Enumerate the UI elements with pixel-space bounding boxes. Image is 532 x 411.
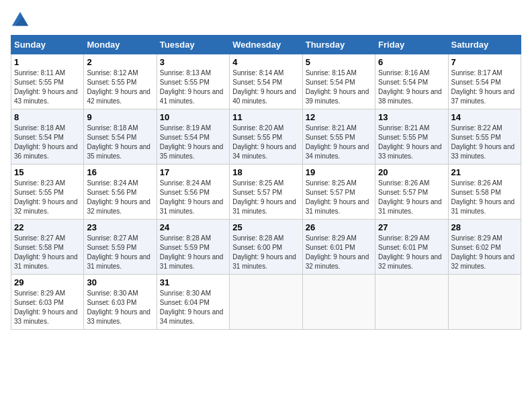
day-number: 17 [160, 167, 226, 177]
day-number: 4 [232, 57, 299, 67]
calendar-week-4: 29Sunrise: 8:29 AMSunset: 6:03 PMDayligh… [11, 275, 521, 330]
calendar-cell: 23Sunrise: 8:27 AMSunset: 5:59 PMDayligh… [84, 220, 157, 275]
calendar-cell: 6Sunrise: 8:16 AMSunset: 5:54 PMDaylight… [375, 54, 448, 109]
calendar-cell: 4Sunrise: 8:14 AMSunset: 5:54 PMDaylight… [230, 54, 302, 109]
calendar-cell: 19Sunrise: 8:25 AMSunset: 5:57 PMDayligh… [302, 165, 375, 220]
day-number: 24 [160, 222, 226, 232]
day-number: 15 [14, 167, 81, 177]
header-monday: Monday [84, 36, 157, 54]
day-number: 16 [87, 167, 153, 177]
day-detail: Sunrise: 8:15 AMSunset: 5:54 PMDaylight:… [306, 68, 372, 106]
day-detail: Sunrise: 8:24 AMSunset: 5:56 PMDaylight:… [87, 179, 153, 216]
day-detail: Sunrise: 8:27 AMSunset: 5:58 PMDaylight:… [14, 234, 81, 271]
day-number: 30 [87, 277, 153, 287]
calendar-week-2: 15Sunrise: 8:23 AMSunset: 5:55 PMDayligh… [11, 165, 521, 220]
calendar-cell: 9Sunrise: 8:18 AMSunset: 5:54 PMDaylight… [84, 109, 157, 165]
day-number: 9 [87, 112, 153, 122]
day-number: 3 [160, 57, 226, 67]
header [11, 11, 521, 30]
day-detail: Sunrise: 8:24 AMSunset: 5:56 PMDaylight:… [160, 179, 226, 216]
calendar-cell: 3Sunrise: 8:13 AMSunset: 5:55 PMDaylight… [157, 54, 229, 109]
day-number: 28 [451, 222, 518, 232]
calendar-cell: 30Sunrise: 8:30 AMSunset: 6:03 PMDayligh… [84, 275, 157, 330]
day-number: 18 [232, 167, 299, 177]
day-number: 1 [14, 57, 81, 67]
calendar-cell: 22Sunrise: 8:27 AMSunset: 5:58 PMDayligh… [11, 220, 84, 275]
day-detail: Sunrise: 8:23 AMSunset: 5:55 PMDaylight:… [14, 179, 81, 216]
header-sunday: Sunday [11, 36, 84, 54]
day-detail: Sunrise: 8:27 AMSunset: 5:59 PMDaylight:… [87, 234, 153, 271]
day-number: 22 [14, 222, 81, 232]
calendar-cell: 31Sunrise: 8:30 AMSunset: 6:04 PMDayligh… [157, 275, 229, 330]
day-detail: Sunrise: 8:26 AMSunset: 5:57 PMDaylight:… [378, 179, 445, 216]
day-detail: Sunrise: 8:29 AMSunset: 6:01 PMDaylight:… [378, 234, 445, 271]
day-number: 7 [451, 57, 518, 67]
day-detail: Sunrise: 8:21 AMSunset: 5:55 PMDaylight:… [378, 124, 445, 161]
day-detail: Sunrise: 8:29 AMSunset: 6:01 PMDaylight:… [306, 234, 372, 271]
calendar-cell: 5Sunrise: 8:15 AMSunset: 5:54 PMDaylight… [302, 54, 375, 109]
logo-icon [11, 11, 30, 30]
calendar-cell: 26Sunrise: 8:29 AMSunset: 6:01 PMDayligh… [302, 220, 375, 275]
day-number: 12 [306, 112, 372, 122]
header-saturday: Saturday [448, 36, 521, 54]
day-detail: Sunrise: 8:25 AMSunset: 5:57 PMDaylight:… [232, 179, 299, 216]
day-detail: Sunrise: 8:20 AMSunset: 5:55 PMDaylight:… [232, 124, 299, 161]
day-number: 20 [378, 167, 445, 177]
calendar-table: SundayMondayTuesdayWednesdayThursdayFrid… [11, 35, 521, 330]
day-detail: Sunrise: 8:29 AMSunset: 6:03 PMDaylight:… [14, 289, 81, 326]
calendar-cell: 21Sunrise: 8:26 AMSunset: 5:58 PMDayligh… [448, 165, 521, 220]
calendar-cell: 16Sunrise: 8:24 AMSunset: 5:56 PMDayligh… [84, 165, 157, 220]
calendar-cell [375, 275, 448, 330]
calendar-week-3: 22Sunrise: 8:27 AMSunset: 5:58 PMDayligh… [11, 220, 521, 275]
day-detail: Sunrise: 8:16 AMSunset: 5:54 PMDaylight:… [378, 68, 445, 106]
day-detail: Sunrise: 8:28 AMSunset: 5:59 PMDaylight:… [160, 234, 226, 271]
day-detail: Sunrise: 8:19 AMSunset: 5:54 PMDaylight:… [160, 124, 226, 161]
header-thursday: Thursday [302, 36, 375, 54]
calendar-cell: 14Sunrise: 8:22 AMSunset: 5:55 PMDayligh… [448, 109, 521, 165]
day-number: 11 [232, 112, 299, 122]
calendar-cell: 1Sunrise: 8:11 AMSunset: 5:55 PMDaylight… [11, 54, 84, 109]
calendar-week-1: 8Sunrise: 8:18 AMSunset: 5:54 PMDaylight… [11, 109, 521, 165]
calendar-cell: 20Sunrise: 8:26 AMSunset: 5:57 PMDayligh… [375, 165, 448, 220]
calendar-cell: 12Sunrise: 8:21 AMSunset: 5:55 PMDayligh… [302, 109, 375, 165]
day-number: 21 [451, 167, 518, 177]
day-detail: Sunrise: 8:21 AMSunset: 5:55 PMDaylight:… [306, 124, 372, 161]
day-detail: Sunrise: 8:18 AMSunset: 5:54 PMDaylight:… [14, 124, 81, 161]
calendar-cell: 27Sunrise: 8:29 AMSunset: 6:01 PMDayligh… [375, 220, 448, 275]
calendar-cell: 17Sunrise: 8:24 AMSunset: 5:56 PMDayligh… [157, 165, 229, 220]
day-number: 19 [306, 167, 372, 177]
day-number: 8 [14, 112, 81, 122]
day-number: 14 [451, 112, 518, 122]
day-number: 2 [87, 57, 153, 67]
calendar-cell: 24Sunrise: 8:28 AMSunset: 5:59 PMDayligh… [157, 220, 229, 275]
day-number: 10 [160, 112, 226, 122]
day-number: 29 [14, 277, 81, 287]
day-detail: Sunrise: 8:30 AMSunset: 6:04 PMDaylight:… [160, 289, 226, 326]
calendar-cell: 25Sunrise: 8:28 AMSunset: 6:00 PMDayligh… [230, 220, 302, 275]
day-detail: Sunrise: 8:22 AMSunset: 5:55 PMDaylight:… [451, 124, 518, 161]
day-detail: Sunrise: 8:25 AMSunset: 5:57 PMDaylight:… [306, 179, 372, 216]
day-number: 23 [87, 222, 153, 232]
calendar-cell [448, 275, 521, 330]
day-detail: Sunrise: 8:28 AMSunset: 6:00 PMDaylight:… [232, 234, 299, 271]
day-number: 5 [306, 57, 372, 67]
header-friday: Friday [375, 36, 448, 54]
day-number: 13 [378, 112, 445, 122]
calendar-header-row: SundayMondayTuesdayWednesdayThursdayFrid… [11, 36, 521, 54]
calendar-cell: 18Sunrise: 8:25 AMSunset: 5:57 PMDayligh… [230, 165, 302, 220]
day-number: 26 [306, 222, 372, 232]
day-detail: Sunrise: 8:12 AMSunset: 5:55 PMDaylight:… [87, 68, 153, 106]
calendar-cell [302, 275, 375, 330]
day-number: 27 [378, 222, 445, 232]
day-number: 31 [160, 277, 226, 287]
calendar-cell: 28Sunrise: 8:29 AMSunset: 6:02 PMDayligh… [448, 220, 521, 275]
calendar-cell: 15Sunrise: 8:23 AMSunset: 5:55 PMDayligh… [11, 165, 84, 220]
calendar-cell: 7Sunrise: 8:17 AMSunset: 5:54 PMDaylight… [448, 54, 521, 109]
day-detail: Sunrise: 8:13 AMSunset: 5:55 PMDaylight:… [160, 68, 226, 106]
header-tuesday: Tuesday [157, 36, 229, 54]
calendar-cell: 29Sunrise: 8:29 AMSunset: 6:03 PMDayligh… [11, 275, 84, 330]
day-number: 25 [232, 222, 299, 232]
calendar-cell: 11Sunrise: 8:20 AMSunset: 5:55 PMDayligh… [230, 109, 302, 165]
day-detail: Sunrise: 8:11 AMSunset: 5:55 PMDaylight:… [14, 68, 81, 106]
day-detail: Sunrise: 8:14 AMSunset: 5:54 PMDaylight:… [232, 68, 299, 106]
